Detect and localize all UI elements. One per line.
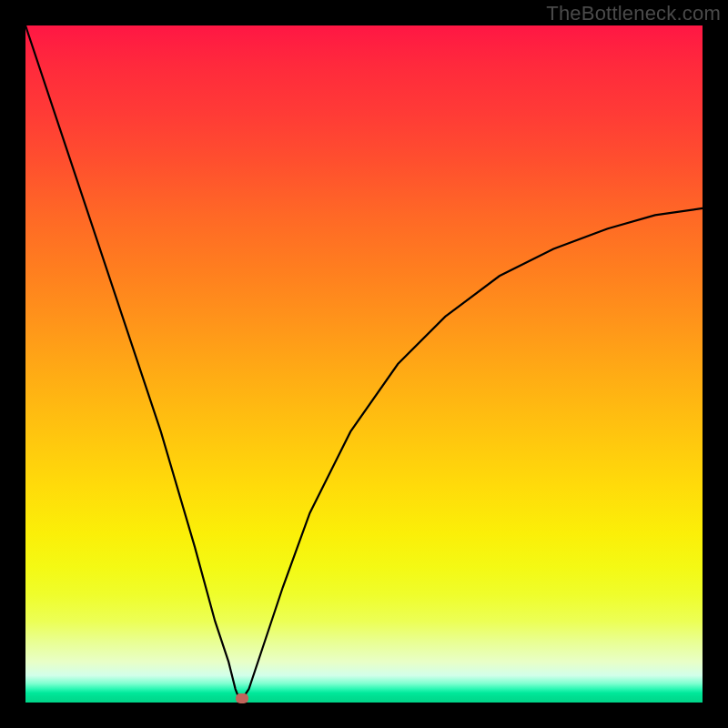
plot-area <box>25 25 703 703</box>
bottleneck-curve-path <box>25 25 703 699</box>
curve-svg <box>25 25 703 703</box>
watermark-text: TheBottleneck.com <box>546 2 721 25</box>
chart-frame: TheBottleneck.com <box>0 0 728 728</box>
curve-minimum-marker <box>236 693 248 703</box>
